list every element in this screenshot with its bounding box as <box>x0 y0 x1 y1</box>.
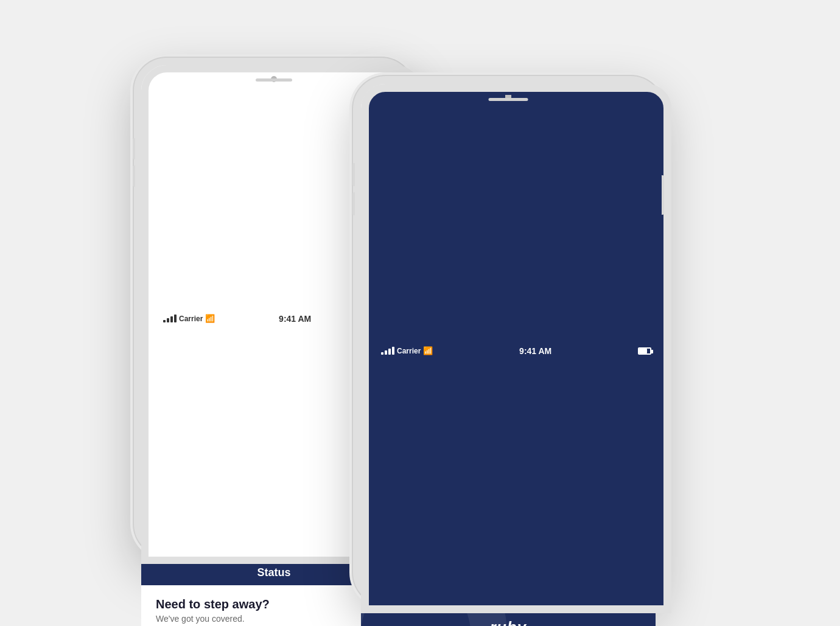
wifi-icon: 📶 <box>205 314 215 323</box>
front-volume-up-btn[interactable] <box>352 163 355 186</box>
scene: Carrier 📶 9:41 AM Status Need to step aw… <box>85 40 755 587</box>
step-away-heading: Need to step away? <box>156 597 270 611</box>
front-wifi-icon: 📶 <box>423 346 433 355</box>
volume-up-btn[interactable] <box>133 138 135 159</box>
front-power-btn[interactable] <box>662 175 664 215</box>
volume-down-btn[interactable] <box>133 165 135 187</box>
step-away-subtext: We've got you covered. <box>156 614 270 624</box>
front-time: 9:41 AM <box>519 346 551 356</box>
front-carrier-label: Carrier <box>397 347 421 355</box>
back-carrier: Carrier 📶 <box>163 314 215 323</box>
front-screen: ruby ••• My normal call handling ✏ Hold … <box>361 613 656 627</box>
front-carrier: Carrier 📶 <box>381 346 433 355</box>
battery-fill <box>639 349 647 353</box>
front-status-bar: Carrier 📶 9:41 AM <box>361 84 671 613</box>
front-volume-down-btn[interactable] <box>352 192 355 215</box>
front-phone: Carrier 📶 9:41 AM ruby <box>353 76 663 605</box>
front-speaker-bar <box>489 98 528 101</box>
speaker-bar <box>256 78 292 82</box>
ruby-wordmark: ruby <box>490 618 527 627</box>
signal-bars <box>163 315 177 322</box>
front-signal-bars <box>381 347 394 355</box>
back-carrier-label: Carrier <box>179 315 203 323</box>
front-battery-icon <box>638 347 651 355</box>
back-time: 9:41 AM <box>279 314 311 324</box>
front-header: ruby ••• My normal call handling ✏ <box>361 613 656 627</box>
more-options-button[interactable]: ••• <box>612 624 631 627</box>
